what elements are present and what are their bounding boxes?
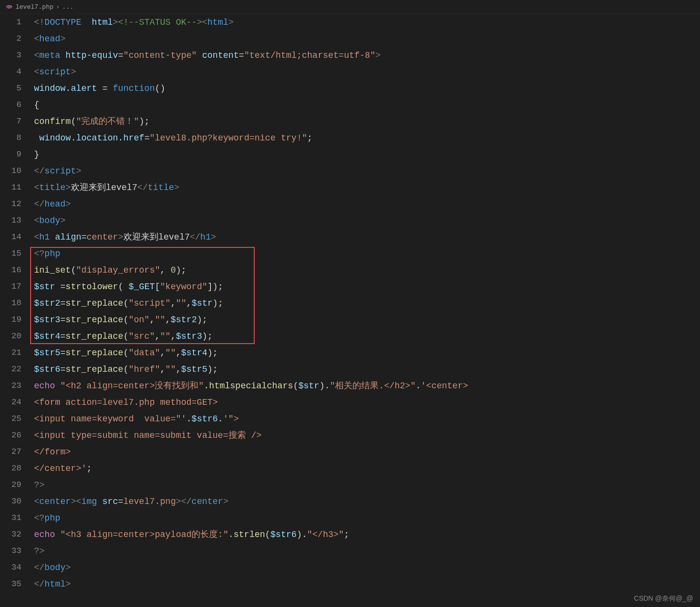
code-line[interactable]: window.location.href="level8.php?keyword… (30, 130, 700, 146)
code-line[interactable]: <body> (30, 212, 700, 229)
line-number: 15 (0, 245, 21, 262)
line-number: 25 (0, 411, 21, 427)
line-number: 33 (0, 543, 21, 559)
svg-text:php: php (7, 5, 12, 8)
line-number: 32 (0, 526, 21, 543)
code-line[interactable]: } (30, 146, 700, 163)
line-number: 9 (0, 146, 21, 163)
line-number: 23 (0, 378, 21, 394)
code-line[interactable]: <form action=level7.php method=GET> (30, 394, 700, 411)
line-number: 21 (0, 345, 21, 361)
code-line[interactable]: confirm("完成的不错！"); (30, 113, 700, 130)
code-line[interactable]: </html> (30, 576, 700, 592)
code-line[interactable]: $str4=str_replace("src","",$str3); (30, 328, 700, 345)
code-line[interactable]: $str5=str_replace("data","",$str4); (30, 345, 700, 361)
line-number: 34 (0, 559, 21, 576)
code-content[interactable]: <!DOCTYPE html><!--STATUS OK--><html><he… (30, 14, 700, 592)
code-editor[interactable]: 1234567891011121314151617181920212223242… (0, 14, 700, 592)
line-number: 28 (0, 460, 21, 477)
code-line[interactable]: $str2=str_replace("script","",$str); (30, 295, 700, 312)
code-line[interactable]: <title>欢迎来到level7</title> (30, 179, 700, 196)
code-line[interactable]: <head> (30, 31, 700, 47)
breadcrumb-tail[interactable]: ... (62, 3, 73, 11)
line-number-gutter: 1234567891011121314151617181920212223242… (0, 14, 30, 592)
line-number: 18 (0, 295, 21, 312)
code-line[interactable]: ini_set("display_errors", 0); (30, 262, 700, 278)
code-line[interactable]: </center>'; (30, 460, 700, 477)
code-line[interactable]: <center><img src=level7.png></center> (30, 493, 700, 510)
code-line[interactable]: <!DOCTYPE html><!--STATUS OK--><html> (30, 14, 700, 31)
line-number: 11 (0, 179, 21, 196)
code-line[interactable]: ?> (30, 477, 700, 493)
code-line[interactable]: <h1 align=center>欢迎来到level7</h1> (30, 229, 700, 245)
code-line[interactable]: </form> (30, 444, 700, 460)
line-number: 35 (0, 576, 21, 592)
line-number: 29 (0, 477, 21, 493)
line-number: 24 (0, 394, 21, 411)
code-line[interactable]: $str6=str_replace("href","",$str5); (30, 361, 700, 378)
code-line[interactable]: <input type=submit name=submit value=搜索 … (30, 427, 700, 444)
watermark: CSDN @奈何@_@ (634, 594, 693, 603)
line-number: 12 (0, 196, 21, 212)
line-number: 19 (0, 312, 21, 328)
code-line[interactable]: $str =strtolower( $_GET["keyword"]); (30, 278, 700, 295)
code-line[interactable]: <?php (30, 245, 700, 262)
code-line[interactable]: { (30, 97, 700, 113)
line-number: 5 (0, 80, 21, 97)
line-number: 7 (0, 113, 21, 130)
code-line[interactable]: </body> (30, 559, 700, 576)
code-line[interactable]: <meta http-equiv="content-type" content=… (30, 47, 700, 64)
line-number: 3 (0, 47, 21, 64)
line-number: 14 (0, 229, 21, 245)
code-line[interactable]: <?php (30, 510, 700, 526)
line-number: 22 (0, 361, 21, 378)
line-number: 1 (0, 14, 21, 31)
line-number: 16 (0, 262, 21, 278)
line-number: 8 (0, 130, 21, 146)
line-number: 30 (0, 493, 21, 510)
code-line[interactable]: echo "<h3 align=center>payload的长度:".strl… (30, 526, 700, 543)
chevron-right-icon: › (56, 3, 60, 11)
breadcrumb[interactable]: php level7.php › ... (0, 0, 700, 14)
code-line[interactable]: $str3=str_replace("on","",$str2); (30, 312, 700, 328)
code-line[interactable]: </script> (30, 163, 700, 179)
line-number: 2 (0, 31, 21, 47)
code-line[interactable]: <input name=keyword value="'.$str6.'"> (30, 411, 700, 427)
code-line[interactable]: window.alert = function() (30, 80, 700, 97)
php-file-icon: php (6, 3, 13, 10)
line-number: 10 (0, 163, 21, 179)
code-line[interactable]: <script> (30, 64, 700, 80)
line-number: 31 (0, 510, 21, 526)
line-number: 17 (0, 278, 21, 295)
line-number: 20 (0, 328, 21, 345)
line-number: 4 (0, 64, 21, 80)
line-number: 6 (0, 97, 21, 113)
code-line[interactable]: ?> (30, 543, 700, 559)
line-number: 27 (0, 444, 21, 460)
code-line[interactable]: echo "<h2 align=center>没有找到和".htmlspecia… (30, 378, 700, 394)
code-line[interactable]: </head> (30, 196, 700, 212)
breadcrumb-file[interactable]: level7.php (16, 3, 53, 11)
line-number: 26 (0, 427, 21, 444)
line-number: 13 (0, 212, 21, 229)
